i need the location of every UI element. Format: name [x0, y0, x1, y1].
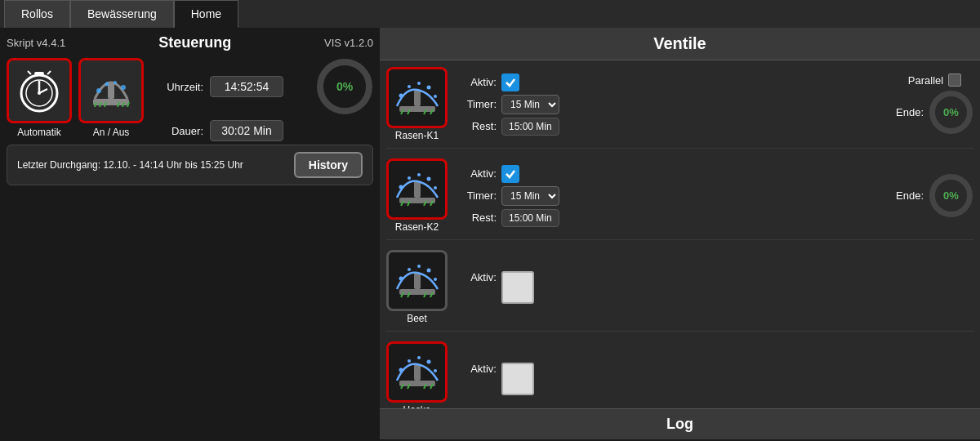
svg-point-61	[417, 356, 421, 359]
svg-point-50	[417, 265, 421, 268]
svg-point-27	[426, 86, 430, 90]
history-button[interactable]: History	[294, 152, 363, 178]
svg-rect-34	[399, 198, 435, 203]
icons-col: Automatik An / Aus	[7, 58, 144, 138]
svg-point-59	[399, 368, 403, 372]
svg-point-11	[105, 82, 109, 87]
rasen-k2-wrapper: Rasen-K2	[386, 158, 448, 233]
parallel-checkbox[interactable]	[948, 74, 961, 87]
log-footer: Log	[380, 408, 980, 439]
skript-version: Skript v4.4.1	[7, 37, 65, 49]
ende-circle-k2: 0%	[929, 173, 973, 218]
aktiv-checkbox-k2[interactable]	[501, 165, 519, 183]
last-run-text: Letzter Durchgang: 12.10. - 14:14 Uhr bi…	[17, 159, 243, 171]
svg-point-37	[408, 176, 411, 180]
timer-value-k1: 15 Min	[501, 95, 881, 114]
aktiv-value-k1	[501, 74, 881, 91]
parallel-label: Parallel	[908, 74, 943, 87]
ende-progress-k1: 0%	[943, 106, 959, 118]
automatik-label: Automatik	[7, 127, 72, 138]
steuerung-title: Steuerung	[158, 34, 231, 51]
svg-point-13	[121, 85, 126, 90]
svg-rect-57	[399, 381, 435, 386]
svg-point-52	[434, 278, 437, 281]
svg-point-25	[408, 85, 411, 88]
aktiv-value-hecke	[501, 363, 973, 395]
panel-header: Skript v4.4.1 Steuerung VIS v1.2.0	[7, 34, 373, 51]
rest-display-k2: 15:00 Min	[501, 209, 559, 227]
table-row: Rasen-K1 Aktiv: Timer: 15 Min	[386, 67, 973, 149]
table-row: Beet Aktiv:	[386, 250, 973, 332]
aktiv-checkbox-beet[interactable]	[501, 271, 534, 304]
dauer-value: 30:02 Min	[210, 120, 283, 141]
an-aus-button[interactable]	[78, 58, 144, 123]
progress-left-text: 0%	[336, 80, 353, 93]
rest-display-k1: 15:00 Min	[501, 118, 559, 136]
tab-bewasserung[interactable]: Bewässerung	[70, 0, 174, 28]
icons-and-time: Automatik An / Aus Uhrzeit: 14:52:54 0%	[7, 58, 373, 141]
uhrzeit-label: Uhrzeit:	[150, 81, 203, 93]
timer-value-k2: 15 Min	[501, 186, 881, 206]
rest-value-k2: 15:00 Min	[501, 209, 881, 227]
aktiv-checkbox-k1[interactable]	[501, 74, 519, 91]
aktiv-label-k2: Aktiv:	[456, 167, 497, 180]
svg-point-12	[114, 81, 117, 84]
right-panel: Ventile	[380, 28, 980, 439]
rasen-k2-name: Rasen-K2	[395, 221, 439, 233]
icons-row	[7, 58, 144, 123]
beet-icon[interactable]	[386, 250, 448, 311]
hecke-controls: Aktiv:	[456, 363, 973, 395]
beet-sprinkler-icon	[393, 258, 442, 303]
table-row: Hecke Aktiv:	[386, 341, 973, 408]
ende-label-k2: Ende:	[896, 189, 924, 202]
rasen-k2-icon[interactable]	[386, 158, 448, 220]
svg-point-36	[399, 185, 403, 189]
ventile-title: Ventile	[380, 28, 980, 60]
dauer-label: Dauer:	[150, 125, 203, 137]
ende-label-k1: Ende:	[896, 106, 924, 118]
history-row: Letzter Durchgang: 12.10. - 14:14 Uhr bi…	[7, 145, 373, 185]
svg-line-6	[47, 71, 51, 74]
stopwatch-icon	[15, 66, 64, 115]
hecke-icon[interactable]	[386, 341, 448, 403]
tab-home[interactable]: Home	[174, 0, 238, 28]
table-row: Rasen-K2 Aktiv: Timer: 15 Min	[386, 158, 973, 240]
uhrzeit-row: Uhrzeit: 14:52:54 0%	[150, 58, 373, 115]
ende-circle-k1: 0%	[929, 90, 973, 135]
ende-progress-k2: 0%	[943, 189, 959, 202]
rasen-k1-name: Rasen-K1	[395, 130, 439, 141]
svg-point-49	[408, 268, 411, 271]
beet-name: Beet	[407, 313, 427, 324]
sprinkler-icon-2	[393, 167, 442, 212]
progress-circle-left: 0%	[316, 58, 373, 115]
icon-labels: Automatik An / Aus	[7, 127, 144, 138]
vis-version: VIS v1.2.0	[324, 37, 373, 49]
timer-label-k2: Timer:	[456, 189, 497, 202]
automatik-button[interactable]	[7, 58, 72, 123]
hecke-wrapper: Hecke	[386, 341, 448, 408]
timer-label-k1: Timer:	[456, 98, 497, 110]
main-layout: Skript v4.4.1 Steuerung VIS v1.2.0	[0, 28, 980, 439]
svg-point-63	[434, 369, 437, 372]
svg-point-26	[417, 82, 421, 85]
rasen-k2-controls: Aktiv: Timer: 15 Min Rest: 15:00	[456, 165, 881, 227]
hecke-sprinkler-icon	[393, 350, 442, 394]
svg-point-51	[426, 269, 430, 273]
aktiv-label-k1: Aktiv:	[456, 76, 497, 88]
tab-rollos[interactable]: Rollos	[4, 0, 70, 28]
svg-line-5	[28, 71, 31, 74]
rasen-k1-icon[interactable]	[386, 67, 448, 128]
svg-point-38	[417, 173, 421, 176]
sprinkler-icon	[393, 75, 442, 120]
rest-label-k2: Rest:	[456, 212, 497, 224]
rest-value-k1: 15:00 Min	[501, 118, 881, 136]
svg-point-60	[408, 359, 411, 363]
timer-select-k1[interactable]: 15 Min	[501, 95, 559, 114]
svg-rect-4	[34, 72, 44, 75]
parallel-section: Parallel	[908, 74, 961, 87]
timer-select-k2[interactable]: 15 Min	[501, 186, 559, 206]
svg-point-10	[96, 88, 101, 93]
aktiv-checkbox-hecke[interactable]	[501, 363, 534, 395]
svg-point-48	[399, 277, 403, 281]
beet-controls: Aktiv:	[456, 271, 973, 304]
